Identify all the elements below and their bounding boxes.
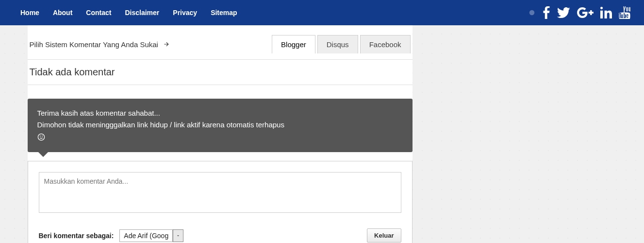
top-nav-bar: Home About Contact Disclaimer Privacy Si…	[0, 0, 644, 25]
comment-tabs: Blogger Disqus Facebook	[272, 35, 410, 53]
comment-system-picker-label: Pilih Sistem Komentar Yang Anda Sukai	[30, 40, 170, 49]
tab-blogger[interactable]: Blogger	[272, 35, 315, 53]
twitter-icon[interactable]	[557, 7, 570, 18]
facebook-icon[interactable]	[543, 6, 550, 19]
main-nav: Home About Contact Disclaimer Privacy Si…	[14, 4, 244, 21]
svg-point-2	[40, 136, 40, 137]
comment-as-label: Beri komentar sebagai:	[39, 232, 114, 240]
comment-textarea[interactable]	[39, 172, 401, 213]
googleplus-icon[interactable]	[577, 7, 594, 18]
svg-point-1	[38, 134, 44, 140]
social-icons	[528, 6, 630, 19]
svg-point-3	[42, 136, 42, 137]
nav-home[interactable]: Home	[14, 4, 46, 21]
no-comments-heading: Tidak ada komentar	[28, 67, 413, 85]
arrow-right-icon	[163, 41, 170, 48]
nav-disclaimer[interactable]: Disclaimer	[118, 4, 166, 21]
nav-about[interactable]: About	[46, 4, 79, 21]
nav-contact[interactable]: Contact	[79, 4, 118, 21]
svg-point-0	[529, 10, 535, 16]
notice-line-1: Terima kasih atas komentar sahabat...	[37, 107, 403, 119]
linkedin-icon[interactable]	[600, 7, 612, 18]
comment-notice: Terima kasih atas komentar sahabat... Di…	[28, 99, 413, 152]
comment-as-select[interactable]: Ade Arif (Goog	[119, 229, 183, 242]
chevron-down-icon[interactable]	[173, 229, 183, 242]
logout-button[interactable]: Keluar	[367, 228, 401, 243]
tab-facebook[interactable]: Facebook	[360, 35, 411, 53]
comment-as-value: Ade Arif (Goog	[119, 229, 173, 242]
notice-line-2: Dimohon tidak meningggalkan link hidup /…	[37, 119, 403, 131]
nav-privacy[interactable]: Privacy	[166, 4, 204, 21]
smile-icon	[37, 133, 45, 144]
bug-icon	[528, 8, 536, 17]
tab-disqus[interactable]: Disqus	[317, 35, 358, 53]
youtube-icon[interactable]	[619, 6, 630, 19]
comment-section: Pilih Sistem Komentar Yang Anda Sukai Bl…	[28, 25, 413, 243]
comment-form: Beri komentar sebagai: Ade Arif (Goog Ke…	[28, 161, 413, 243]
nav-sitemap[interactable]: Sitemap	[204, 4, 244, 21]
